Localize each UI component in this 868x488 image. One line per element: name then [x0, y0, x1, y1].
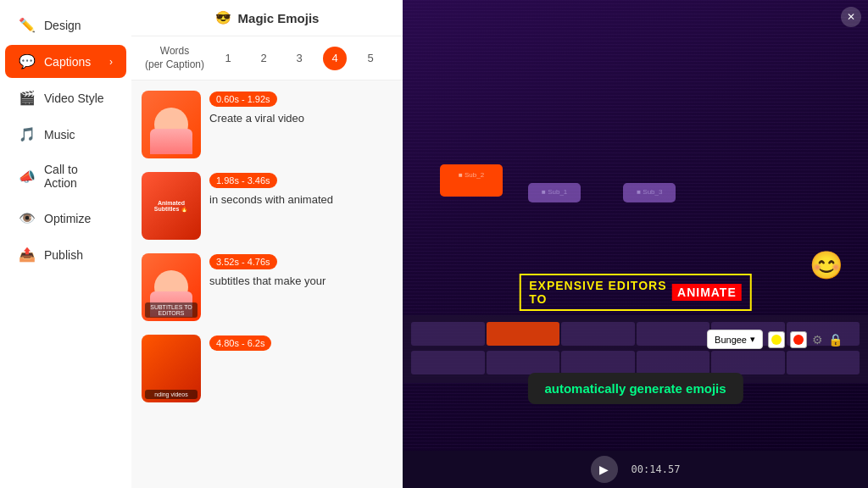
sidebar-item-optimize[interactable]: 👁️ Optimize — [5, 202, 126, 235]
emoji-float: 😊 — [810, 249, 843, 281]
sidebar-item-video-style[interactable]: 🎬 Video Style — [5, 81, 126, 114]
sidebar-item-label: Optimize — [44, 212, 91, 225]
timeline-row-2 — [403, 351, 868, 374]
sub3-label: ■ Sub_3 — [637, 188, 662, 196]
video-style-icon: 🎬 — [19, 90, 36, 106]
words-label: Words(per Caption) — [145, 45, 204, 71]
timeline-cell — [711, 351, 785, 374]
caption-time-3: 3.52s - 4.76s — [209, 254, 277, 269]
sub-box-sub2[interactable]: ■ Sub_2 — [440, 164, 503, 197]
sub-box-sub1[interactable]: ■ Sub_1 — [528, 183, 581, 202]
timeline-cell — [561, 322, 635, 346]
caption-thumb-label-4: nding videos — [145, 390, 198, 399]
font-controls: Bungee ▾ ⚙ 🔒 — [707, 330, 843, 349]
video-container: ✕ ■ Sub_2 ■ Sub_1 ■ Sub_3 — [403, 0, 868, 451]
music-icon: 🎵 — [19, 126, 36, 142]
magic-emojis-title: Magic Emojis — [238, 11, 320, 25]
word-btn-2[interactable]: 2 — [252, 47, 275, 70]
caption-info-2: 1.98s - 3.46s in seconds with animated — [209, 172, 392, 206]
color-red-dot — [793, 335, 804, 345]
captions-icon: 💬 — [19, 53, 36, 69]
caption-thumb-1 — [142, 91, 201, 158]
design-icon: ✏️ — [19, 17, 36, 33]
magic-emojis-emoji: 😎 — [215, 10, 231, 25]
caption-overlay: automatically generate emojis — [527, 373, 743, 404]
timeline-cell — [561, 351, 635, 374]
caption-thumb-2: AnimatedSubtitles 🔥 — [142, 172, 201, 240]
sidebar-item-publish[interactable]: 📤 Publish — [5, 238, 126, 271]
sub2-label: ■ Sub_2 — [459, 171, 484, 179]
timeline-cell-active — [487, 322, 560, 346]
caption-item-4[interactable]: nding videos 4.80s - 6.2s — [142, 335, 392, 402]
font-name-label: Bungee — [715, 335, 747, 345]
word-btn-1[interactable]: 1 — [216, 47, 240, 70]
captions-list: 0.60s - 1.92s Create a viral video Anima… — [131, 80, 403, 488]
timeline-cell — [637, 322, 710, 346]
lock-icon[interactable]: 🔒 — [828, 333, 843, 347]
call-to-action-icon: 📣 — [19, 169, 36, 185]
subtitle-boxes-row: ■ Sub_2 ■ Sub_1 ■ Sub_3 — [440, 158, 676, 202]
caption-thumb-4: nding videos — [142, 335, 201, 402]
sub-box-sub3[interactable]: ■ Sub_3 — [623, 183, 676, 202]
sidebar-item-label: Call to Action — [44, 163, 113, 190]
time-display: 00:14.57 — [632, 463, 681, 475]
caption-text-3: subtitles that make your — [209, 274, 392, 287]
caption-time-2: 1.98s - 3.46s — [209, 173, 277, 188]
caption-item-1[interactable]: 0.60s - 1.92s Create a viral video — [142, 91, 392, 158]
sub1-label: ■ Sub_1 — [542, 188, 567, 196]
sidebar-item-label: Design — [44, 19, 81, 32]
video-background: ✕ ■ Sub_2 ■ Sub_1 ■ Sub_3 — [403, 0, 868, 451]
sidebar-item-music[interactable]: 🎵 Music — [5, 118, 126, 151]
video-text-box: EXPENSIVE EDITORS TO ANIMATE — [519, 274, 752, 311]
close-button[interactable]: ✕ — [841, 7, 861, 27]
color-red-btn[interactable] — [790, 331, 807, 348]
caption-text-1: Create a viral video — [209, 112, 392, 125]
sidebar: ✏️ Design 💬 Captions › 🎬 Video Style 🎵 M… — [0, 0, 131, 488]
font-selector[interactable]: Bungee ▾ — [707, 330, 763, 349]
word-btn-4[interactable]: 4 — [323, 47, 347, 70]
sidebar-item-call-to-action[interactable]: 📣 Call to Action — [5, 154, 126, 198]
caption-info-3: 3.52s - 4.76s subtitles that make your — [209, 253, 392, 287]
timeline-cell — [637, 351, 710, 374]
video-bottom-bar: ▶ 00:14.57 — [403, 451, 868, 488]
sidebar-item-captions[interactable]: 💬 Captions › — [5, 45, 126, 78]
sidebar-item-label: Video Style — [44, 92, 104, 105]
video-text-red: ANIMATE — [672, 284, 742, 301]
color-yellow-btn[interactable] — [768, 331, 785, 348]
words-selector: Words(per Caption) 1 2 3 4 5 — [131, 36, 403, 80]
gear-icon[interactable]: ⚙ — [812, 333, 823, 347]
caption-item-3[interactable]: SUBTITLES TO EDITORS 3.52s - 4.76s subti… — [142, 253, 392, 321]
play-button[interactable]: ▶ — [591, 456, 618, 483]
color-yellow-dot — [771, 335, 782, 345]
word-btn-3[interactable]: 3 — [287, 47, 311, 70]
caption-thumb-label-3: SUBTITLES TO EDITORS — [145, 302, 198, 318]
center-panel: 😎 Magic Emojis Words(per Caption) 1 2 3 … — [131, 0, 403, 488]
word-btn-5[interactable]: 5 — [359, 47, 382, 70]
timeline-cell — [411, 351, 485, 374]
caption-info-1: 0.60s - 1.92s Create a viral video — [209, 91, 392, 125]
video-panel: ✕ ■ Sub_2 ■ Sub_1 ■ Sub_3 — [403, 0, 868, 488]
chevron-down-icon: ▾ — [750, 334, 755, 345]
sidebar-item-design[interactable]: ✏️ Design — [5, 8, 126, 42]
caption-thumb-text-2: AnimatedSubtitles 🔥 — [151, 197, 192, 216]
caption-thumb-3: SUBTITLES TO EDITORS — [142, 253, 201, 321]
timeline-cell — [787, 351, 860, 374]
caption-item-2[interactable]: AnimatedSubtitles 🔥 1.98s - 3.46s in sec… — [142, 172, 392, 240]
sidebar-item-label: Publish — [44, 248, 83, 262]
caption-text-2: in seconds with animated — [209, 193, 392, 206]
caption-overlay-text: automatically generate emojis — [544, 381, 726, 396]
timeline-cell — [411, 322, 485, 346]
caption-info-4: 4.80s - 6.2s — [209, 335, 392, 356]
magic-emojis-header: 😎 Magic Emojis — [131, 0, 403, 36]
play-icon: ▶ — [599, 463, 609, 476]
sidebar-item-label: Music — [44, 128, 75, 141]
optimize-icon: 👁️ — [19, 210, 36, 226]
publish-icon: 📤 — [19, 247, 36, 263]
caption-time-1: 0.60s - 1.92s — [209, 92, 277, 107]
sidebar-item-label: Captions — [44, 55, 91, 69]
video-text-overlay: EXPENSIVE EDITORS TO ANIMATE — [519, 274, 752, 311]
caption-time-4: 4.80s - 6.2s — [209, 336, 271, 351]
chevron-right-icon: › — [109, 56, 113, 68]
video-text-yellow: EXPENSIVE EDITORS TO — [529, 279, 669, 306]
timeline-cell — [487, 351, 560, 374]
